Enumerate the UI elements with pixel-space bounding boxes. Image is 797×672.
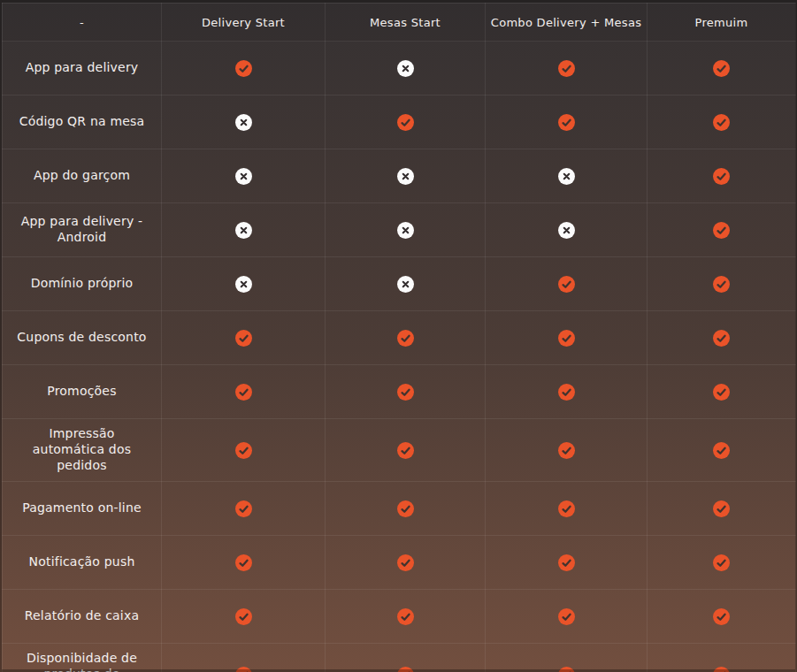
feature-label: Promoções bbox=[3, 365, 162, 419]
header-feature-column: - bbox=[3, 4, 162, 42]
table-body: App para delivery Código QR na mesa App … bbox=[3, 42, 796, 672]
plan-cell bbox=[162, 42, 326, 95]
check-circle-icon bbox=[713, 554, 730, 571]
plan-cell bbox=[326, 203, 486, 257]
plan-cell bbox=[486, 95, 648, 149]
check-circle-icon bbox=[713, 276, 730, 293]
check-circle-icon bbox=[558, 442, 575, 459]
plan-cell bbox=[486, 257, 648, 311]
feature-label: Impressão automática dos pedidos bbox=[3, 419, 162, 482]
plan-cell bbox=[486, 589, 648, 643]
check-circle-icon bbox=[235, 667, 252, 672]
feature-label: Relatório de caixa bbox=[3, 589, 162, 643]
check-circle-icon bbox=[397, 442, 414, 459]
check-circle-icon bbox=[235, 442, 252, 459]
plan-cell bbox=[486, 203, 648, 257]
plan-cell bbox=[326, 535, 486, 589]
plan-cell bbox=[326, 481, 486, 535]
table-row: Notificação push bbox=[3, 535, 796, 589]
check-circle-icon bbox=[713, 222, 730, 239]
table-row: Pagamento on-line bbox=[3, 481, 796, 535]
check-circle-icon bbox=[558, 500, 575, 517]
plan-cell bbox=[162, 149, 326, 203]
check-circle-icon bbox=[713, 114, 730, 131]
plan-cell bbox=[162, 419, 326, 482]
x-circle-icon bbox=[397, 168, 414, 185]
table-row: Domínio próprio bbox=[3, 257, 796, 311]
check-circle-icon bbox=[397, 667, 414, 672]
check-circle-icon bbox=[235, 608, 252, 625]
plan-cell bbox=[162, 311, 326, 365]
feature-label: Pagamento on-line bbox=[3, 481, 162, 535]
plan-cell bbox=[648, 589, 796, 643]
x-circle-icon bbox=[235, 276, 252, 293]
plan-cell bbox=[162, 481, 326, 535]
plan-cell bbox=[326, 42, 486, 95]
check-circle-icon bbox=[713, 608, 730, 625]
plan-cell bbox=[648, 535, 796, 589]
plan-cell bbox=[326, 95, 486, 149]
plan-cell bbox=[648, 311, 796, 365]
check-circle-icon bbox=[713, 384, 730, 401]
check-circle-icon bbox=[558, 60, 575, 77]
check-circle-icon bbox=[235, 330, 252, 347]
plan-cell bbox=[326, 257, 486, 311]
plan-cell bbox=[326, 643, 486, 672]
feature-label: App do garçom bbox=[3, 149, 162, 203]
feature-label: App para delivery bbox=[3, 42, 162, 95]
plan-cell bbox=[648, 95, 796, 149]
plan-cell bbox=[326, 311, 486, 365]
check-circle-icon bbox=[558, 114, 575, 131]
table-row: Código QR na mesa bbox=[3, 95, 796, 149]
plan-cell bbox=[162, 257, 326, 311]
table-row: Relatório de caixa bbox=[3, 589, 796, 643]
check-circle-icon bbox=[558, 554, 575, 571]
plan-comparison-page: - Delivery Start Mesas Start Combo Deliv… bbox=[0, 0, 797, 672]
plan-cell bbox=[486, 149, 648, 203]
feature-label: Disponibidade de produtos de categorias bbox=[3, 643, 162, 672]
check-circle-icon bbox=[397, 554, 414, 571]
x-circle-icon bbox=[558, 168, 575, 185]
check-circle-icon bbox=[235, 554, 252, 571]
plan-cell bbox=[648, 42, 796, 95]
header-row: - Delivery Start Mesas Start Combo Deliv… bbox=[3, 4, 796, 42]
check-circle-icon bbox=[558, 667, 575, 672]
check-circle-icon bbox=[558, 384, 575, 401]
x-circle-icon bbox=[235, 168, 252, 185]
check-circle-icon bbox=[558, 608, 575, 625]
table-row: App do garçom bbox=[3, 149, 796, 203]
header-plan-combo-delivery-mesas: Combo Delivery + Mesas bbox=[486, 4, 648, 42]
check-circle-icon bbox=[397, 330, 414, 347]
plan-cell bbox=[486, 42, 648, 95]
check-circle-icon bbox=[397, 500, 414, 517]
x-circle-icon bbox=[558, 222, 575, 239]
plan-cell bbox=[648, 365, 796, 419]
plan-cell bbox=[648, 643, 796, 672]
plan-cell bbox=[326, 589, 486, 643]
plan-cell bbox=[162, 203, 326, 257]
plan-cell bbox=[486, 643, 648, 672]
plan-cell bbox=[648, 203, 796, 257]
header-plan-premium: Premuim bbox=[648, 4, 796, 42]
table-row: App para delivery - Android bbox=[3, 203, 796, 257]
header-plan-mesas-start: Mesas Start bbox=[326, 4, 486, 42]
check-circle-icon bbox=[713, 60, 730, 77]
plan-cell bbox=[648, 419, 796, 482]
check-circle-icon bbox=[558, 330, 575, 347]
check-circle-icon bbox=[397, 114, 414, 131]
table-row: Impressão automática dos pedidos bbox=[3, 419, 796, 482]
check-circle-icon bbox=[713, 442, 730, 459]
plan-comparison-table: - Delivery Start Mesas Start Combo Deliv… bbox=[2, 3, 796, 672]
plan-cell bbox=[326, 149, 486, 203]
table-row: Disponibidade de produtos de categorias bbox=[3, 643, 796, 672]
plan-cell bbox=[162, 643, 326, 672]
check-circle-icon bbox=[235, 60, 252, 77]
check-circle-icon bbox=[558, 276, 575, 293]
check-circle-icon bbox=[713, 330, 730, 347]
x-circle-icon bbox=[235, 114, 252, 131]
feature-label: App para delivery - Android bbox=[3, 203, 162, 257]
plan-cell bbox=[326, 419, 486, 482]
x-circle-icon bbox=[397, 60, 414, 77]
plan-cell bbox=[162, 365, 326, 419]
plan-cell bbox=[326, 365, 486, 419]
